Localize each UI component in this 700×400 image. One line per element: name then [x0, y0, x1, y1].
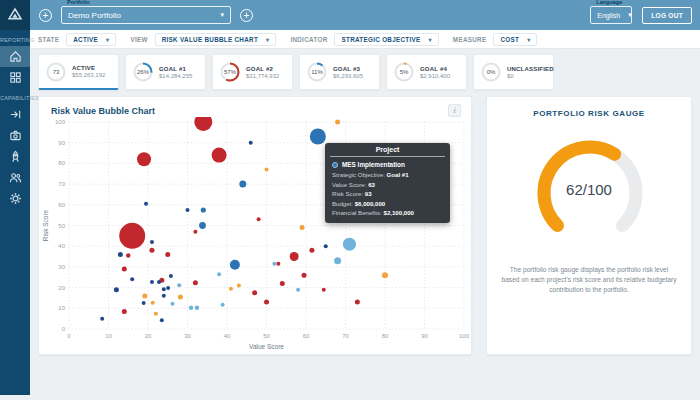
bubble-red[interactable]	[165, 252, 170, 257]
stat-card-unclassified[interactable]: 0%UNCLASSIFIED$0	[473, 54, 554, 90]
bubble-red[interactable]	[193, 230, 197, 234]
bubble-red[interactable]	[122, 309, 127, 314]
bubble-navy[interactable]	[169, 274, 173, 278]
bubble-red[interactable]	[302, 273, 307, 278]
sidebar-item-initiatives[interactable]	[0, 146, 30, 167]
bubble-orange[interactable]	[142, 294, 147, 299]
bubble-red[interactable]	[264, 300, 269, 305]
bubble-orange[interactable]	[382, 272, 388, 278]
bubble-lightblue[interactable]	[177, 283, 181, 287]
sidebar-item-home[interactable]	[0, 46, 30, 67]
bubble-red[interactable]	[193, 280, 198, 285]
portfolio-dropdown[interactable]: Portfolio Demo Portfolio ▾	[61, 6, 231, 24]
bubble-lightblue[interactable]	[170, 302, 174, 306]
add-portfolio-button[interactable]: +	[39, 9, 52, 22]
tooltip-row: Risk Score: 93	[332, 189, 443, 199]
bubble-red[interactable]	[322, 288, 326, 292]
sidebar-item-teams[interactable]	[0, 167, 30, 188]
bubble-navy[interactable]	[162, 294, 166, 298]
bubble-red[interactable]	[257, 217, 261, 221]
bubble-navy[interactable]	[186, 208, 190, 212]
svg-text:0: 0	[62, 326, 66, 332]
bubble-blue[interactable]	[239, 181, 246, 188]
bubble-blue[interactable]	[230, 260, 240, 270]
bubble-navy[interactable]	[166, 286, 170, 290]
filter-value-dropdown[interactable]: ACTIVE▾	[66, 33, 116, 46]
stat-card-goal-3[interactable]: 11%GOAL #3$6,293,605	[299, 54, 380, 90]
stat-metric: 5%	[393, 61, 415, 83]
bubble-navy[interactable]	[142, 301, 146, 305]
sidebar-item-dashboards[interactable]	[0, 67, 30, 88]
bubble-red[interactable]	[194, 117, 212, 131]
bubble-red[interactable]	[290, 252, 299, 261]
logout-button[interactable]: LOG OUT	[642, 7, 692, 24]
bubble-lightblue[interactable]	[334, 257, 341, 264]
stat-value: $14,284,255	[159, 73, 192, 79]
sidebar-item-milestones[interactable]	[0, 104, 30, 125]
bubble-navy[interactable]	[157, 280, 161, 284]
bubble-red[interactable]	[252, 290, 257, 295]
bubble-red[interactable]	[137, 152, 151, 166]
bubble-red[interactable]	[280, 281, 285, 286]
bubble-lightblue[interactable]	[189, 305, 193, 309]
bubble-navy[interactable]	[114, 287, 119, 292]
bubble-red[interactable]	[122, 266, 127, 271]
bubble-orange[interactable]	[265, 168, 269, 172]
svg-text:50: 50	[263, 333, 270, 339]
bubble-navy[interactable]	[150, 280, 154, 284]
bubble-red[interactable]	[309, 248, 314, 253]
svg-text:100: 100	[55, 119, 66, 125]
bubble-orange[interactable]	[151, 301, 155, 305]
bubble-red[interactable]	[355, 300, 360, 305]
stat-card-goal-4[interactable]: 5%GOAL #4$2,910,400	[386, 54, 467, 90]
bubble-red[interactable]	[119, 223, 145, 249]
bubble-orange[interactable]	[229, 287, 233, 291]
bubble-lightblue[interactable]	[195, 305, 199, 309]
language-dropdown[interactable]: Language English ▾	[590, 6, 632, 24]
bubble-lightblue[interactable]	[296, 288, 300, 292]
bubble-navy[interactable]	[118, 252, 123, 257]
svg-text:30: 30	[184, 333, 191, 339]
sidebar-item-snapshots[interactable]	[0, 125, 30, 146]
filter-measure: MEASURECOST▾	[453, 33, 538, 46]
sidebar-item-settings[interactable]	[0, 188, 30, 209]
bubble-red[interactable]	[149, 248, 154, 253]
bubble-orange[interactable]	[300, 225, 305, 230]
bubble-navy[interactable]	[130, 277, 134, 281]
bubble-red[interactable]	[212, 148, 227, 163]
add-item-button[interactable]: +	[240, 9, 253, 22]
tooltip-row: Budget: $6,000,000	[332, 199, 443, 209]
filter-value-dropdown[interactable]: COST▾	[493, 33, 537, 46]
bubble-lightblue[interactable]	[272, 262, 276, 266]
info-icon[interactable]: i	[448, 104, 461, 117]
bubble-blue[interactable]	[201, 207, 206, 212]
stat-card-goal-2[interactable]: 57%GOAL #2$31,774,932	[212, 54, 293, 90]
bubble-red[interactable]	[276, 262, 280, 266]
bubble-navy[interactable]	[249, 141, 253, 145]
stat-card-goal-1[interactable]: 26%GOAL #1$14,284,255	[125, 54, 206, 90]
bubble-blue[interactable]	[310, 128, 326, 144]
filter-value-dropdown[interactable]: STRATEGIC OBJECTIVE▾	[334, 33, 438, 46]
app-logo[interactable]	[0, 0, 30, 30]
bubble-navy[interactable]	[160, 318, 164, 322]
bubble-lightblue[interactable]	[217, 272, 221, 276]
bubble-navy[interactable]	[144, 202, 148, 206]
bubble-red[interactable]	[126, 253, 130, 257]
svg-text:70: 70	[58, 181, 65, 187]
bubble-orange[interactable]	[335, 120, 340, 125]
language-label: Language	[596, 0, 622, 5]
filter-label: VIEW	[130, 36, 147, 43]
bubble-orange[interactable]	[154, 312, 158, 316]
bubble-navy[interactable]	[150, 240, 154, 244]
bubble-navy[interactable]	[100, 317, 104, 321]
bubble-navy[interactable]	[162, 287, 166, 291]
filter-value-dropdown[interactable]: RISK VALUE BUBBLE CHART▾	[155, 33, 277, 46]
bubble-blue[interactable]	[199, 222, 206, 229]
bubble-lightblue[interactable]	[221, 303, 225, 307]
bubble-chart-panel: Risk Value Bubble Chart i 01020304050607…	[38, 96, 472, 355]
stat-card-active[interactable]: 73ACTIVE$55,263,192	[38, 54, 119, 90]
bubble-orange[interactable]	[237, 284, 241, 288]
bubble-orange[interactable]	[178, 294, 183, 299]
bubble-navy[interactable]	[324, 244, 328, 248]
bubble-lightblue[interactable]	[343, 238, 356, 251]
